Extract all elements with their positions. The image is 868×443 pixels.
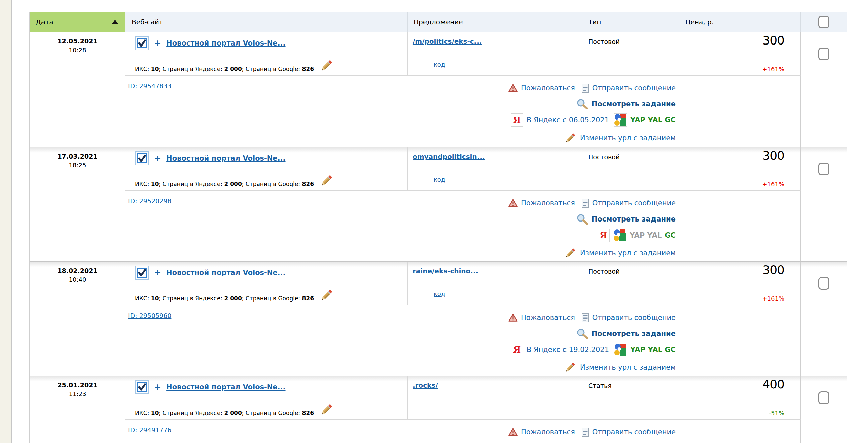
site-checked-checkbox[interactable] (135, 380, 149, 394)
offer-url-link[interactable]: omyandpoliticsin... (412, 153, 485, 161)
expand-site-link[interactable]: + (154, 268, 161, 277)
site-name-link[interactable]: Новостной портал Volos-Ne... (166, 154, 285, 162)
site-name-link[interactable]: Новостной портал Volos-Ne... (166, 383, 285, 391)
warning-icon (508, 313, 518, 322)
select-all-checkbox[interactable] (818, 16, 829, 28)
price-cell: 300 +161% (679, 147, 801, 191)
edit-site-pencil-icon[interactable] (319, 173, 334, 188)
column-header-website[interactable]: Веб-сайт (125, 12, 408, 32)
code-link[interactable]: код (434, 290, 445, 297)
row-date: 25.01.2021 (30, 381, 125, 389)
index-flags: YAP YAL GC (630, 116, 676, 124)
actions-line-3: Я YA (597, 227, 676, 243)
message-icon (582, 199, 589, 208)
yandex-icon: Я (510, 114, 523, 127)
price-column-spacer (679, 75, 801, 147)
actions-line-4: Изменить урл с заданием (564, 131, 676, 145)
complain-link[interactable]: Пожаловаться (521, 428, 575, 436)
price-value: 300 (762, 149, 784, 162)
site-name-link[interactable]: Новостной портал Volos-Ne... (166, 39, 285, 47)
site-metrics-text: ИКС: 10; Страниц в Яндексе: 2 000; Стран… (135, 181, 314, 187)
yandex-since-link[interactable]: В Яндекс с 06.05.2021 (527, 116, 609, 124)
view-task-link[interactable]: Посмотреть задание (592, 100, 676, 108)
type-cell: Постовой (582, 32, 679, 75)
type-cell: Статья (582, 376, 679, 419)
row-bottom-subrow: ID: 29505960 Пожаловаться (125, 305, 847, 376)
warning-icon (508, 84, 518, 92)
row-top-subrow: + Новостной портал Volos-Ne... ИКС: 10; … (125, 32, 847, 75)
column-header-offer[interactable]: Предложение (408, 12, 582, 32)
select-cell (801, 262, 847, 305)
price-change: +161% (762, 181, 784, 188)
edit-url-link[interactable]: Изменить урл с заданием (580, 363, 676, 371)
metric-part: ; Страниц в Яндексе: (159, 66, 224, 72)
edit-url-link[interactable]: Изменить урл с заданием (580, 249, 676, 257)
expand-site-link[interactable]: + (154, 382, 161, 392)
code-link[interactable]: код (434, 176, 445, 183)
offer-url-link[interactable]: .rocks/ (412, 381, 438, 389)
view-task-link[interactable]: Посмотреть задание (592, 215, 676, 223)
complain-link[interactable]: Пожаловаться (521, 199, 575, 207)
date-cell: 25.01.2021 11:23 (30, 376, 125, 443)
column-header-offer-label: Предложение (413, 18, 463, 26)
edit-site-pencil-icon[interactable] (319, 402, 334, 417)
row-top-subrow: + Новостной портал Volos-Ne... ИКС: 10; … (125, 376, 847, 419)
send-message-link[interactable]: Отправить сообщение (592, 199, 676, 207)
metric-part: 2 000 (224, 295, 242, 302)
row-time: 10:40 (30, 276, 125, 283)
offer-url-link[interactable]: raine/eks-chino... (412, 267, 478, 275)
yandex-since-link[interactable]: В Яндекс с 19.02.2021 (527, 346, 609, 354)
metric-part: ИКС: (135, 410, 151, 416)
listing-id-link[interactable]: ID: 29491776 (128, 426, 171, 434)
row-top-subrow: + Новостной портал Volos-Ne... ИКС: 10; … (125, 147, 847, 191)
site-checked-checkbox[interactable] (135, 266, 149, 280)
code-link[interactable]: код (434, 61, 445, 68)
send-message-link[interactable]: Отправить сообщение (592, 84, 676, 92)
edit-site-pencil-icon[interactable] (319, 58, 334, 73)
column-header-type[interactable]: Тип (582, 12, 679, 32)
index-flag: YAP YAL GC (630, 116, 676, 124)
site-checked-checkbox[interactable] (135, 36, 149, 50)
date-cell: 12.05.2021 10:28 (30, 32, 125, 147)
row-select-checkbox[interactable] (818, 163, 829, 175)
select-cell (801, 376, 847, 419)
row-select-checkbox[interactable] (818, 391, 829, 404)
column-header-website-label: Веб-сайт (131, 18, 163, 26)
select-column-spacer (801, 419, 847, 443)
page: Дата Веб-сайт Предложение Тип Цена, р. 1… (0, 0, 868, 443)
id-cell: ID: 29491776 (125, 419, 408, 443)
expand-site-link[interactable]: + (154, 38, 161, 48)
complain-link[interactable]: Пожаловаться (521, 314, 575, 321)
complain-link[interactable]: Пожаловаться (521, 84, 575, 92)
type-cell: Постовой (582, 147, 679, 191)
send-message-link[interactable]: Отправить сообщение (592, 428, 676, 436)
metric-part: 2 000 (224, 181, 242, 187)
expand-site-link[interactable]: + (154, 154, 161, 163)
placement-type: Постовой (588, 153, 620, 161)
price-column-spacer (679, 419, 801, 443)
id-cell: ID: 29505960 (125, 305, 408, 376)
listing-id-link[interactable]: ID: 29547833 (128, 82, 171, 90)
offer-url-link[interactable]: /m/politics/eks-c... (412, 37, 482, 45)
site-name-link[interactable]: Новостной портал Volos-Ne... (166, 269, 285, 277)
price-column-spacer (679, 305, 801, 376)
listing-id-link[interactable]: ID: 29505960 (128, 312, 171, 319)
row-select-checkbox[interactable] (818, 48, 829, 60)
actions-line-1: Пожаловаться Отправить сообщение (508, 82, 676, 94)
listing-id-link[interactable]: ID: 29520298 (128, 197, 171, 205)
column-header-date[interactable]: Дата (30, 12, 125, 32)
view-task-link[interactable]: Посмотреть задание (592, 329, 676, 338)
edit-url-link[interactable]: Изменить урл с заданием (580, 134, 676, 142)
metric-part: ИКС: (135, 66, 151, 72)
edit-site-pencil-icon[interactable] (319, 288, 334, 303)
yandex-letter: Я (513, 115, 521, 125)
site-title-line: + Новостной портал Volos-Ne... (135, 36, 286, 50)
site-checked-checkbox[interactable] (135, 151, 149, 165)
actions-cell: Пожаловаться Отправить сообщение (408, 75, 679, 147)
send-message-link[interactable]: Отправить сообщение (592, 314, 676, 321)
column-header-price[interactable]: Цена, р. (679, 12, 801, 32)
row-bottom-subrow: ID: 29547833 Пожаловаться (125, 75, 847, 147)
listing-row: 18.02.2021 10:40 + Новостн (30, 261, 847, 376)
row-select-checkbox[interactable] (818, 277, 829, 290)
price-cell: 300 +161% (679, 262, 801, 305)
